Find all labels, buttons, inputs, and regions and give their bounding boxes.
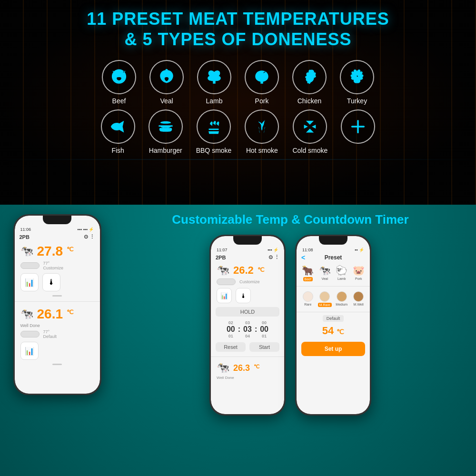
custom-label: [357, 147, 359, 154]
app-name-1: 2PB: [20, 234, 30, 240]
unit-p2-2: ℃: [254, 364, 259, 370]
time-2: 11:07: [217, 248, 228, 252]
preset-lamb[interactable]: 🐑 Lamb: [334, 265, 349, 281]
meat-item-custom: [341, 109, 375, 154]
temp-p2-btn[interactable]: 🌡: [236, 288, 251, 303]
fish-icon: [108, 116, 129, 137]
temp-p2-2: 26.3: [233, 363, 250, 373]
title-line1: 11 PRESET MEAT TEMPERATURES: [87, 9, 389, 29]
colon1: :: [238, 325, 240, 334]
phone-mockup-1: 11:06 ▪▪▪ ▪▪▪ ⚡ 2PB ⊙ ⋮ 🐄 27.8 ℃: [13, 214, 101, 395]
temp2-label: Well Done: [15, 323, 100, 328]
phone-header-1: 2PB ⊙ ⋮: [15, 233, 100, 242]
fish-label: Fish: [111, 147, 124, 154]
signal-2: ▪▪▪ ⚡: [268, 248, 278, 252]
time-3: 11:08: [302, 248, 313, 252]
meat-item-bbq: BBQ smoke: [196, 109, 232, 154]
header-icons-2: ⊙ ⋮: [268, 254, 279, 260]
preset-beef[interactable]: 🐂 Beef: [300, 265, 316, 281]
set-label-2: Default: [43, 334, 57, 339]
main-title: 11 PRESET MEAT TEMPERATURES & 5 TYPES OF…: [0, 9, 476, 50]
turkey-icon: [347, 67, 367, 88]
preset-pork-label: Pork: [355, 277, 362, 280]
phone-screen-1: 11:06 ▪▪▪ ▪▪▪ ⚡ 2PB ⊙ ⋮ 🐄 27.8 ℃: [15, 216, 100, 394]
probe-row-p2: Customize: [211, 278, 284, 286]
chart-btn-1[interactable]: 📊: [20, 273, 39, 291]
hot-smoke-label: Hot smoke: [246, 147, 278, 154]
phone-mockup-2: 11:07 ▪▪▪ ⚡ 2PB ⊙ ⋮ 🐄 26.2 ℃: [209, 235, 286, 416]
chart-p2[interactable]: 📊: [217, 288, 232, 303]
preset-lamb-icon: 🐑: [336, 265, 347, 276]
preset-pork[interactable]: 🐷 Pork: [351, 265, 367, 281]
meat-icons-row1: Beef Veal Lamb Pork: [0, 60, 476, 105]
doneness-mrare[interactable]: M.Rare: [317, 291, 333, 307]
preset-veal[interactable]: 🐄 Veal: [317, 265, 333, 281]
status-bar-2: 11:07 ▪▪▪ ⚡: [211, 247, 284, 253]
phone-left-container: 11:06 ▪▪▪ ▪▪▪ ⚡ 2PB ⊙ ⋮ 🐄 27.8 ℃: [0, 205, 105, 476]
phone-header-2: 2PB ⊙ ⋮: [211, 253, 284, 262]
phone-mockup-3: 11:08 ▪▪ ⚡ < Preset 🐂 Beef: [295, 235, 371, 416]
btns-p2: 📊 🌡: [211, 286, 284, 305]
scroll-dot-1: [52, 295, 62, 297]
temp-row-1: 🐄 27.8 ℃: [15, 242, 100, 260]
pork-icon: [251, 67, 272, 88]
set-label-1: Customize: [43, 266, 64, 270]
probe-set-1: 77° Customize: [43, 261, 64, 270]
probe-set-2: 77° Default: [43, 329, 57, 339]
lamb-icon: [204, 67, 225, 88]
lamb-label: Lamb: [206, 97, 222, 105]
top-content: 11 PRESET MEAT TEMPERATURES & 5 TYPES OF…: [0, 0, 476, 154]
scroll-dot-2: [52, 364, 62, 365]
custom-circle: [341, 109, 375, 144]
cold-smoke-circle: [293, 109, 327, 144]
probe-icon-2: [20, 331, 40, 337]
default-label: Default: [323, 315, 344, 322]
temp-p2: 26.2: [233, 264, 254, 277]
meat-item-pork: Pork: [245, 60, 279, 105]
preset-lamb-label: Lamb: [337, 277, 346, 280]
veal-circle: [149, 60, 184, 94]
reset-start-row: Reset Start: [211, 340, 284, 354]
animal-1: 🐄: [20, 245, 33, 258]
timer-m-top: 03: [245, 320, 250, 325]
divider-preset: [297, 286, 370, 287]
set-temp-1: 77°: [43, 261, 64, 266]
setup-btn[interactable]: Set up: [301, 342, 365, 356]
status-bar-3: 11:08 ▪▪ ⚡: [297, 247, 370, 253]
timer-s-col: 00 00 01: [260, 320, 268, 338]
mrare-label: M.Rare: [318, 303, 332, 307]
meat-item-veal: Veal: [149, 60, 184, 105]
timer-h-val: 00: [227, 325, 235, 334]
back-btn[interactable]: <: [301, 254, 305, 261]
chicken-label: Chicken: [298, 97, 322, 105]
meat-item-hamburger: Hamburger: [149, 109, 183, 154]
bottom-section: 11:06 ▪▪▪ ▪▪▪ ⚡ 2PB ⊙ ⋮ 🐄 27.8 ℃: [0, 205, 476, 476]
animal-2: 🐄: [20, 308, 33, 320]
chart-btn-2[interactable]: 📊: [20, 342, 39, 360]
temp-row-2: 🐄 26.1 ℃: [15, 305, 100, 323]
temp-row-p2: 🐄 26.2 ℃: [211, 262, 284, 278]
temp-unit-1: ℃: [67, 246, 74, 253]
doneness-medium[interactable]: Medium: [334, 291, 349, 307]
set-temp-2: 77°: [43, 329, 57, 334]
start-btn[interactable]: Start: [249, 342, 279, 352]
doneness-mwell[interactable]: M.Well: [351, 291, 367, 307]
preset-beef-label: Beef: [303, 277, 313, 281]
beef-circle: [102, 60, 136, 94]
hold-btn[interactable]: HOLD: [216, 307, 279, 317]
mwell-label: M.Well: [354, 303, 364, 306]
beef-label: Beef: [112, 97, 126, 105]
beef-icon: [109, 67, 129, 88]
phone-notch-2: [233, 236, 262, 245]
timer-h-bot: 01: [228, 334, 233, 338]
temp-row-p2-2: 🐄 26.3 ℃: [211, 360, 284, 375]
meat-item-beef: Beef: [102, 60, 136, 105]
reset-btn[interactable]: Reset: [216, 342, 246, 352]
doneness-rare[interactable]: Rare: [300, 291, 316, 307]
preset-beef-icon: 🐂: [302, 265, 314, 276]
unit-p2: ℃: [258, 266, 265, 273]
chicken-icon: [299, 67, 320, 88]
probe-row-2: 77° Default: [15, 328, 100, 340]
medium-icon: [337, 291, 347, 302]
temp-btn-1[interactable]: 🌡: [42, 273, 60, 291]
